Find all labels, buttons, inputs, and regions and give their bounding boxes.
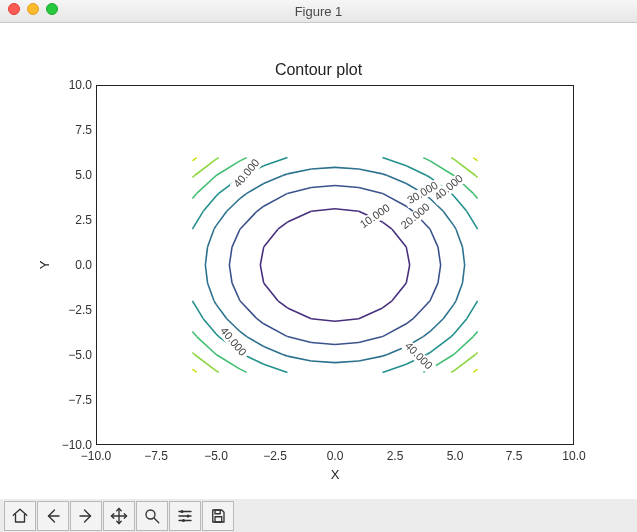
svg-line-129 (467, 211, 478, 229)
xtick-label: −10.0 (71, 449, 121, 463)
svg-line-60 (287, 187, 311, 193)
svg-line-54 (257, 206, 264, 211)
svg-line-100 (387, 176, 406, 184)
svg-line-8 (264, 283, 278, 301)
xtick-label: 5.0 (430, 449, 480, 463)
svg-line-48 (232, 229, 240, 247)
svg-line-153 (473, 331, 477, 336)
svg-line-76 (423, 331, 430, 336)
svg-line-133 (454, 196, 467, 211)
svg-line-122 (192, 301, 203, 319)
svg-line-65 (287, 356, 311, 361)
ytick-label: −7.5 (42, 393, 92, 407)
svg-line-55 (264, 193, 288, 206)
svg-line-173 (216, 158, 219, 160)
svg-rect-199 (215, 517, 222, 522)
minimize-icon[interactable] (27, 3, 39, 15)
svg-line-40 (232, 283, 240, 301)
contour-plot: 10.00020.00030.00040.00040.00040.00040.0… (97, 86, 573, 444)
ytick-label: 5.0 (42, 168, 92, 182)
svg-line-120 (451, 334, 454, 337)
svg-line-77 (430, 319, 443, 332)
svg-line-143 (406, 166, 426, 176)
axes-area[interactable]: 10.00020.00030.00040.00040.00040.00040.0… (96, 85, 574, 445)
svg-line-21 (287, 211, 311, 222)
svg-line-105 (335, 167, 359, 169)
sliders-icon (176, 507, 194, 525)
ytick-label: 7.5 (42, 123, 92, 137)
svg-line-109 (264, 364, 288, 372)
svg-line-45 (438, 265, 441, 283)
svg-line-169 (475, 353, 477, 355)
back-button[interactable] (37, 501, 69, 531)
svg-line-71 (264, 347, 283, 355)
svg-line-6 (359, 308, 383, 319)
home-icon (11, 507, 29, 525)
svg-line-93 (454, 226, 456, 230)
svg-line-106 (359, 169, 383, 174)
svg-line-64 (283, 355, 288, 357)
svg-line-51 (430, 229, 438, 247)
svg-line-107 (383, 174, 388, 176)
svg-line-136 (427, 176, 430, 178)
svg-line-118 (203, 319, 216, 334)
configure-button[interactable] (169, 501, 201, 531)
svg-rect-198 (215, 510, 220, 514)
svg-line-68 (359, 356, 383, 361)
y-axis-label: Y (37, 261, 52, 270)
svg-line-148 (197, 337, 216, 355)
svg-line-36 (383, 324, 407, 337)
svg-line-75 (240, 331, 247, 336)
svg-line-177 (473, 369, 477, 372)
svg-line-112 (383, 364, 407, 372)
svg-line-128 (192, 211, 203, 229)
svg-line-88 (208, 229, 214, 247)
ytick-label: 2.5 (42, 213, 92, 227)
svg-line-38 (240, 301, 257, 319)
svg-line-178 (192, 158, 196, 161)
svg-line-46 (229, 247, 232, 265)
svg-line-79 (216, 304, 227, 318)
svg-line-37 (406, 319, 413, 324)
pan-button[interactable] (103, 501, 135, 531)
svg-line-27 (335, 209, 359, 212)
svg-line-67 (335, 361, 359, 363)
svg-line-156 (197, 176, 216, 194)
svg-text:40.000: 40.000 (218, 325, 249, 358)
svg-point-194 (146, 510, 155, 519)
save-button[interactable] (202, 501, 234, 531)
svg-line-161 (240, 158, 247, 161)
zoom-button[interactable] (136, 501, 168, 531)
svg-point-197 (182, 519, 185, 522)
svg-line-162 (423, 158, 430, 161)
svg-text:40.000: 40.000 (231, 156, 262, 189)
svg-line-121 (454, 319, 467, 334)
svg-point-195 (181, 510, 184, 513)
svg-point-196 (187, 515, 190, 518)
svg-line-174 (451, 158, 454, 160)
svg-line-90 (214, 226, 216, 230)
svg-line-47 (438, 247, 441, 265)
zoom-icon[interactable] (46, 3, 58, 15)
svg-line-70 (247, 337, 264, 347)
close-icon[interactable] (8, 3, 20, 15)
svg-line-176 (192, 369, 196, 372)
svg-line-84 (205, 265, 207, 283)
svg-line-130 (203, 196, 216, 211)
plot-title: Contour plot (0, 61, 637, 79)
svg-line-20 (278, 222, 288, 229)
forward-button[interactable] (70, 501, 102, 531)
svg-line-103 (287, 169, 311, 174)
svg-line-52 (240, 211, 257, 229)
home-button[interactable] (4, 501, 36, 531)
window-title: Figure 1 (295, 4, 343, 19)
svg-line-7 (383, 301, 393, 308)
arrow-right-icon (77, 507, 95, 525)
svg-line-160 (216, 161, 240, 176)
svg-line-155 (473, 193, 477, 198)
svg-line-102 (283, 174, 288, 176)
mpl-toolbar (0, 499, 637, 532)
ytick-label: −2.5 (42, 303, 92, 317)
svg-line-1 (335, 319, 359, 322)
svg-line-99 (264, 176, 283, 184)
